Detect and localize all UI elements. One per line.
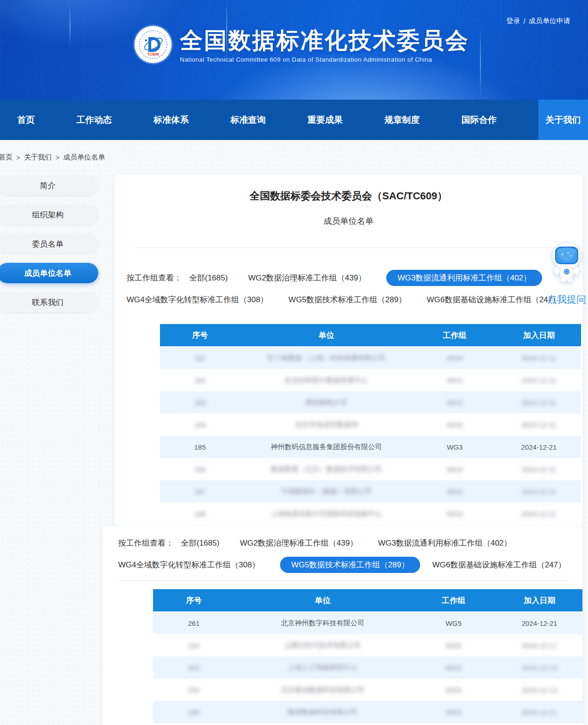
filter-option-wg5-selected[interactable]: WG5数据技术标准工作组（289） bbox=[280, 557, 420, 573]
sidebar-item-committee-list[interactable]: 委员名单 bbox=[0, 234, 98, 254]
col-group: 工作组 bbox=[413, 324, 497, 347]
member-list-card: 全国数据标委会技术委员会（SAC/TC609） 成员单位名单 按工作组查看： 全… bbox=[115, 175, 582, 526]
nav-item-home[interactable]: 首页 bbox=[17, 100, 35, 140]
nav-item-international[interactable]: 国际合作 bbox=[461, 100, 497, 140]
header-light-streak bbox=[480, 28, 481, 97]
workgroup-filter-2: 按工作组查看： 全部(1685) WG2数据治理标准工作组（439） WG3数据… bbox=[103, 526, 582, 573]
robot-mascot-icon bbox=[550, 242, 584, 283]
col-seq: 序号 bbox=[153, 589, 235, 612]
sidebar-item-intro[interactable]: 简介 bbox=[0, 175, 98, 196]
filter-option-wg2[interactable]: WG2数据治理标准工作组（439） bbox=[240, 535, 358, 551]
filter-option-wg3[interactable]: WG3数据流通利用标准工作组（402） bbox=[378, 535, 511, 551]
col-unit: 单位 bbox=[235, 589, 411, 612]
nav-item-about-us[interactable]: 关于我们 bbox=[538, 100, 588, 140]
filter-option-wg2[interactable]: WG2数据治理标准工作组（439） bbox=[248, 270, 366, 286]
sidebar-item-contact[interactable]: 联系我们 bbox=[0, 292, 98, 312]
brand-text: 全国数据标准化技术委员会 National Technical Committe… bbox=[180, 26, 469, 63]
filter-label: 按工作组查看： bbox=[127, 273, 182, 283]
filter-option-all[interactable]: 全部(1685) bbox=[189, 270, 228, 286]
table-header-row: 序号 单位 工作组 加入日期 bbox=[160, 324, 581, 347]
main-nav: 首页 工作动态 标准体系 标准查询 重要成果 规章制度 国际合作 关于我们 bbox=[0, 100, 588, 140]
col-unit: 单位 bbox=[240, 324, 413, 347]
logo-badge-text: TC609 bbox=[147, 52, 159, 57]
login-link[interactable]: 登录 bbox=[506, 17, 520, 25]
sidebar-item-member-units[interactable]: 成员单位名单 bbox=[0, 263, 98, 283]
filter-option-wg3-selected[interactable]: WG3数据流通利用标准工作组（402） bbox=[386, 270, 542, 286]
site-header: 登录 / 成员单位申请 TC609 全国数据标准化技术委员会 National … bbox=[0, 0, 588, 100]
site-title: 全国数据标准化技术委员会 bbox=[180, 26, 469, 55]
chat-assistant[interactable]: 点我提问 bbox=[545, 242, 588, 306]
breadcrumb: 首页 > 关于我们 > 成员单位名单 bbox=[0, 140, 588, 162]
filter-option-wg6[interactable]: WG6数据基础设施标准工作组（247） bbox=[427, 292, 560, 307]
header-account-links: 登录 / 成员单位申请 bbox=[506, 17, 570, 25]
filter-option-wg5[interactable]: WG5数据技术标准工作组（289） bbox=[288, 292, 406, 307]
col-seq: 序号 bbox=[160, 324, 240, 347]
breadcrumb-separator: > bbox=[56, 153, 60, 161]
table-row: 264 北京赛晶数据科技有限公司 WG5 2024-12-13 bbox=[153, 679, 582, 701]
breadcrumb-member-list[interactable]: 成员单位名单 bbox=[64, 153, 105, 162]
table-row-highlight-261: 261 北京神州数字科技有限公司 WG5 2024-12-21 bbox=[153, 612, 582, 634]
table-row: 262 山西云时代技术有限公司 WG5 2024-12-17 bbox=[153, 634, 582, 656]
table-row: 184 北京市海淀区数据局 WG3 2024-12-11 bbox=[160, 413, 581, 436]
title-divider bbox=[134, 248, 580, 248]
nav-item-achievements[interactable]: 重要成果 bbox=[307, 100, 343, 140]
sidebar-item-org-structure[interactable]: 组织架构 bbox=[0, 204, 98, 225]
nav-item-standard-query[interactable]: 标准查询 bbox=[230, 100, 266, 140]
col-group: 工作组 bbox=[411, 589, 497, 612]
filter-divider bbox=[118, 580, 569, 581]
brand: TC609 全国数据标准化技术委员会 National Technical Co… bbox=[134, 26, 469, 63]
breadcrumb-separator: > bbox=[16, 153, 20, 161]
filter-option-all[interactable]: 全部(1685) bbox=[181, 535, 219, 551]
tc609-logo-icon: TC609 bbox=[134, 26, 172, 63]
table-row: 265 数度数据科技有限公司 WG5 2024-12-21 bbox=[153, 701, 582, 723]
nav-item-regulations[interactable]: 规章制度 bbox=[384, 100, 420, 140]
nav-item-work-news[interactable]: 工作动态 bbox=[77, 100, 112, 140]
breadcrumb-about[interactable]: 关于我们 bbox=[24, 153, 52, 162]
col-date: 加入日期 bbox=[497, 589, 582, 612]
table-row: 182 农业农村部大数据发展中心 WG3 2024-12-11 bbox=[160, 369, 581, 391]
table-row: 181 长三角数据（上海）科技发展有限公司 WG3 2024-12-11 bbox=[160, 347, 581, 369]
table-row: 187 中国船级社（集团）有限公司 WG3 2024-12-11 bbox=[160, 480, 581, 502]
table-row: 186 数据要素（北京）数据技术有限公司 WG3 2024-12-11 bbox=[160, 458, 581, 480]
nav-item-standard-system[interactable]: 标准体系 bbox=[153, 100, 189, 140]
table-row: 188 上海临港实验大学国际科技创新中心 WG3 2024-12-11 bbox=[160, 502, 581, 525]
filter-option-wg4[interactable]: WG4全域数字化转型标准工作组（308） bbox=[127, 292, 268, 307]
workgroup-filter-1: 按工作组查看： 全部(1685) WG2数据治理标准工作组（439） WG3数据… bbox=[115, 270, 582, 307]
site-subtitle-en: National Technical Committee 609 on Data… bbox=[180, 56, 469, 63]
header-light-streak bbox=[70, 5, 70, 46]
table-row-highlight-185: 185 神州数码信息服务集团股份有限公司 WG3 2024-12-21 bbox=[160, 436, 581, 458]
col-date: 加入日期 bbox=[497, 324, 581, 347]
filter-label: 按工作组查看： bbox=[118, 538, 173, 548]
filter-option-wg4[interactable]: WG4全域数字化转型标准工作组（308） bbox=[118, 557, 260, 572]
table-row: 263 上海人工智能研究中心 WG5 2024-12-13 bbox=[153, 656, 582, 679]
member-list-card-2: 按工作组查看： 全部(1685) WG2数据治理标准工作组（439） WG3数据… bbox=[103, 526, 582, 725]
member-apply-link[interactable]: 成员单位申请 bbox=[529, 17, 570, 25]
page-title: 全国数据标委会技术委员会（SAC/TC609） bbox=[115, 175, 582, 203]
login-divider: / bbox=[524, 17, 525, 25]
member-table-wg5: 序号 单位 工作组 加入日期 261 北京神州数字科技有限公司 WG5 2024… bbox=[153, 589, 582, 723]
member-table-wg3: 序号 单位 工作组 加入日期 181 长三角数据（上海）科技发展有限公司 WG3… bbox=[160, 324, 581, 525]
sidebar: 简介 组织架构 委员名单 成员单位名单 联系我们 bbox=[0, 175, 103, 321]
breadcrumb-home[interactable]: 首页 bbox=[0, 153, 13, 162]
ask-me-label[interactable]: 点我提问 bbox=[545, 293, 588, 306]
filter-option-wg6[interactable]: WG6数据基础设施标准工作组（247） bbox=[432, 557, 566, 572]
table-row: 183 西安邮电大学 WG3 2024-12-11 bbox=[160, 391, 581, 413]
page-subtitle: 成员单位名单 bbox=[115, 216, 582, 227]
table-header-row: 序号 单位 工作组 加入日期 bbox=[153, 589, 582, 612]
